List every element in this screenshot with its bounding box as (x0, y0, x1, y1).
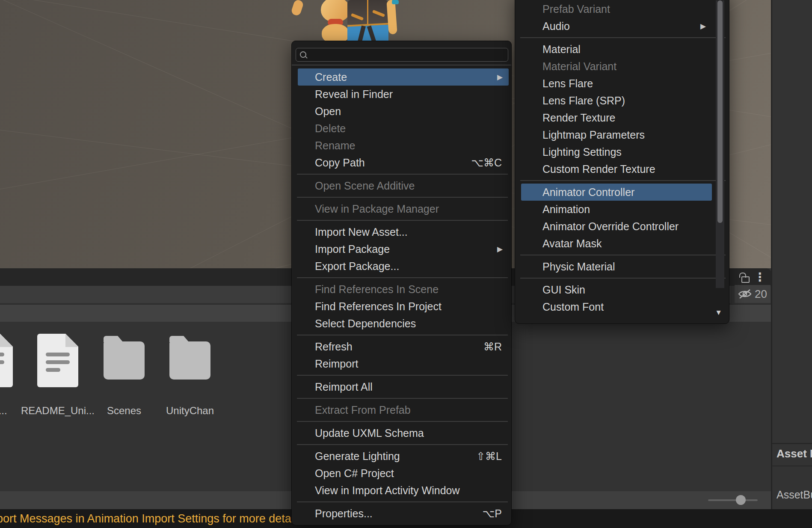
menu-item-open-c-project[interactable]: Open C# Project (298, 465, 509, 482)
menu-item-label: Reimport (315, 358, 358, 370)
menu-item-custom-render-texture[interactable]: Custom Render Texture (521, 160, 712, 178)
menu-item-label: Material Variant (542, 60, 616, 73)
menu-item-render-texture[interactable]: Render Texture (521, 109, 712, 126)
menu-item-label: Rename (315, 139, 356, 152)
document-icon[interactable] (0, 334, 13, 387)
menu-item-shortcut: ⇧⌘L (476, 450, 509, 463)
menu-search-field[interactable] (296, 48, 508, 62)
project-item-readme-uni[interactable]: README_Uni... (37, 334, 78, 387)
project-item-scenes[interactable]: Scenes (104, 334, 145, 380)
search-input[interactable] (309, 49, 505, 61)
menu-item-physic-material[interactable]: Physic Material (521, 258, 712, 275)
hidden-objects-toggle[interactable]: 20 (735, 285, 771, 303)
menu-item-lighting-settings[interactable]: Lighting Settings (521, 143, 712, 160)
menu-item-label: Avatar Mask (542, 237, 602, 250)
menu-item-label: Find References In Project (315, 300, 442, 313)
menu-item-label: Lens Flare (542, 77, 593, 90)
character-model (290, 0, 410, 43)
divider (772, 443, 812, 444)
divider (772, 466, 812, 466)
menu-item-lens-flare-srp[interactable]: Lens Flare (SRP) (521, 92, 712, 109)
menu-item-label: Find References In Scene (315, 283, 439, 296)
menu-item-reimport-all[interactable]: Reimport All (298, 378, 509, 395)
menu-item-shortcut: ⌥P (483, 507, 509, 520)
inspector-panel: Asset L AssetBu (772, 0, 812, 509)
menu-item-label: Physic Material (542, 261, 615, 273)
asset-labels-header: Asset L (776, 447, 812, 460)
menu-item-label: Prefab Variant (542, 3, 610, 15)
scroll-down-arrow-icon[interactable]: ▼ (715, 308, 722, 317)
menu-item-label: View in Package Manager (315, 203, 439, 215)
submenu-arrow-icon: ▶ (497, 73, 503, 82)
menu-item-reimport[interactable]: Reimport (298, 355, 509, 372)
text-line (46, 360, 70, 364)
menu-item-label: Reveal in Finder (315, 88, 393, 101)
menu-item-export-package[interactable]: Export Package... (298, 258, 509, 275)
menu-item-label: View in Import Activity Window (315, 484, 460, 497)
menu-separator (297, 375, 508, 376)
menu-item-gui-skin[interactable]: GUI Skin (521, 281, 712, 298)
menu-item-audio[interactable]: Audio▶ (521, 18, 712, 35)
menu-item-avatar-mask[interactable]: Avatar Mask (521, 235, 712, 252)
menu-item-animation[interactable]: Animation (521, 201, 712, 218)
project-item-uni[interactable]: _Uni... (0, 334, 13, 387)
create-submenu: Prefab VariantAudio▶MaterialMaterial Var… (515, 0, 729, 324)
folder-icon[interactable] (169, 341, 210, 380)
lock-icon[interactable] (740, 273, 750, 282)
menu-separator (297, 501, 508, 502)
menu-item-label: Export Package... (315, 260, 399, 273)
menu-item-custom-font[interactable]: Custom Font (521, 298, 712, 315)
menu-item-label: Generate Lighting (315, 450, 400, 463)
menu-item-find-references-in-project[interactable]: Find References In Project (298, 298, 509, 315)
menu-item-extract-from-prefab: Extract From Prefab (298, 401, 509, 418)
menu-item-import-new-asset[interactable]: Import New Asset... (298, 223, 509, 240)
text-line (46, 353, 70, 356)
menu-item-material[interactable]: Material (521, 41, 712, 58)
menu-item-animator-override-controller[interactable]: Animator Override Controller (521, 218, 712, 235)
menu-item-create[interactable]: Create▶ (298, 68, 509, 86)
menu-item-reveal-in-finder[interactable]: Reveal in Finder (298, 86, 509, 103)
menu-item-select-dependencies[interactable]: Select Dependencies (298, 315, 509, 332)
menu-separator (520, 278, 726, 279)
menu-separator (297, 220, 508, 221)
submenu-scrollbar-thumb[interactable] (717, 0, 723, 223)
menu-item-lightmap-parameters[interactable]: Lightmap Parameters (521, 126, 712, 143)
menu-item-label: Audio (542, 20, 570, 33)
menu-item-delete: Delete (298, 120, 509, 137)
menu-item-copy-path[interactable]: Copy Path⌥⌘C (298, 154, 509, 171)
menu-item-open[interactable]: Open (298, 103, 509, 120)
menu-item-label: GUI Skin (542, 284, 585, 296)
menu-item-update-uxml-schema[interactable]: Update UXML Schema (298, 424, 509, 442)
menu-item-view-in-import-activity-window[interactable]: View in Import Activity Window (298, 482, 509, 499)
menu-item-view-in-package-manager: View in Package Manager (298, 200, 509, 217)
project-item-label: README_Uni... (20, 405, 95, 417)
menu-item-lens-flare[interactable]: Lens Flare (521, 75, 712, 92)
menu-item-generate-lighting[interactable]: Generate Lighting⇧⌘L (298, 448, 509, 465)
menu-item-import-package[interactable]: Import Package▶ (298, 240, 509, 258)
text-line (46, 368, 60, 372)
menu-item-shortcut: ⌥⌘C (471, 157, 509, 169)
project-item-unitychan[interactable]: UnityChan (169, 334, 210, 380)
menu-item-find-references-in-scene: Find References In Scene (298, 281, 509, 298)
menu-item-label: Custom Render Texture (542, 163, 655, 175)
assetbundle-dropdown[interactable]: AssetBu (776, 489, 812, 501)
menu-item-label: Copy Path (315, 157, 365, 169)
folder-icon[interactable] (104, 341, 145, 380)
document-icon[interactable] (37, 334, 78, 387)
submenu-arrow-icon: ▶ (497, 245, 503, 254)
menu-item-properties[interactable]: Properties...⌥P (298, 505, 509, 522)
zoom-slider[interactable] (708, 499, 758, 501)
menu-item-refresh[interactable]: Refresh⌘R (298, 338, 509, 355)
menu-item-label: Delete (315, 122, 346, 135)
zoom-slider-knob[interactable] (736, 495, 746, 505)
menu-separator (297, 421, 508, 422)
text-line (0, 353, 4, 356)
menu-separator (292, 65, 511, 65)
unity-editor: ⋮ 20 _Uni...README_Uni...ScenesUnityChan… (0, 0, 812, 528)
menu-item-animator-controller[interactable]: Animator Controller (521, 184, 712, 201)
menu-separator (297, 444, 508, 445)
kebab-menu-icon[interactable]: ⋮ (754, 270, 766, 285)
character-hair (290, 0, 304, 17)
hidden-count: 20 (755, 288, 767, 301)
menu-item-label: Create (315, 71, 347, 83)
